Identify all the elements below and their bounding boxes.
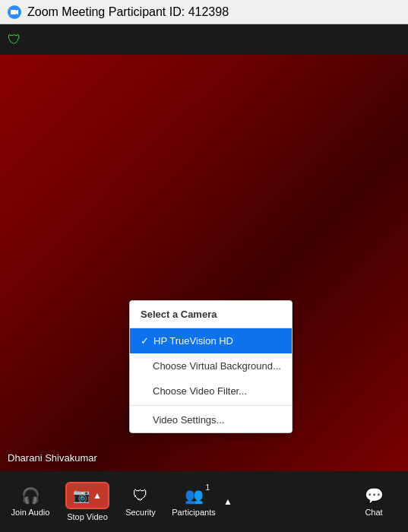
chat-icon: 💬: [365, 486, 384, 505]
svg-marker-1: [11, 10, 16, 14]
chevron-up-icon: ▲: [93, 490, 102, 501]
chevron-up-participants-icon: ▲: [223, 496, 232, 507]
chat-label: Chat: [365, 508, 382, 517]
headphone-icon: 🎧: [21, 486, 40, 505]
camera-menu: Select a Camera HP TrueVision HD Choose …: [129, 300, 293, 433]
camera-option-virtual-bg[interactable]: Choose Virtual Background...: [130, 353, 292, 378]
join-audio-button[interactable]: 🎧 Join Audio: [0, 480, 61, 523]
participants-label: Participants: [172, 508, 215, 517]
menu-divider: [130, 405, 292, 406]
participants-button[interactable]: 👥 1 Participants: [167, 480, 220, 523]
camera-option-video-filter[interactable]: Choose Video Filter...: [130, 378, 292, 404]
title-bar-text: Zoom Meeting Participant ID: 412398: [27, 5, 229, 19]
participants-expand-button[interactable]: ▲: [220, 496, 236, 507]
video-area: Dharani Shivakumar Select a Camera HP Tr…: [0, 55, 408, 471]
chat-button[interactable]: 💬 Chat: [347, 480, 400, 523]
participant-name: Dharani Shivakumar: [8, 452, 97, 464]
security-button[interactable]: 🛡 Security: [114, 481, 167, 523]
join-audio-label: Join Audio: [11, 508, 50, 517]
camera-menu-title: Select a Camera: [130, 301, 292, 328]
security-label: Security: [125, 508, 156, 517]
shield-bar: 🛡: [0, 24, 408, 55]
shield-green-icon: 🛡: [8, 32, 21, 48]
toolbar: 🎧 Join Audio 📷 ▲ Stop Video 🛡 Security 👥…: [0, 471, 408, 532]
video-camera-icon: 📷: [73, 487, 90, 504]
participants-count: 1: [205, 483, 210, 492]
title-bar: Zoom Meeting Participant ID: 412398: [0, 0, 408, 24]
camera-option-hp-truevision[interactable]: HP TrueVision HD: [130, 328, 292, 353]
participants-icon: 👥: [185, 486, 204, 505]
stop-video-button[interactable]: 📷 ▲ Stop Video: [61, 476, 114, 527]
zoom-logo-icon: [8, 5, 21, 19]
stop-video-label: Stop Video: [67, 512, 108, 521]
security-icon: 🛡: [133, 487, 148, 505]
camera-option-video-settings[interactable]: Video Settings...: [130, 407, 292, 432]
